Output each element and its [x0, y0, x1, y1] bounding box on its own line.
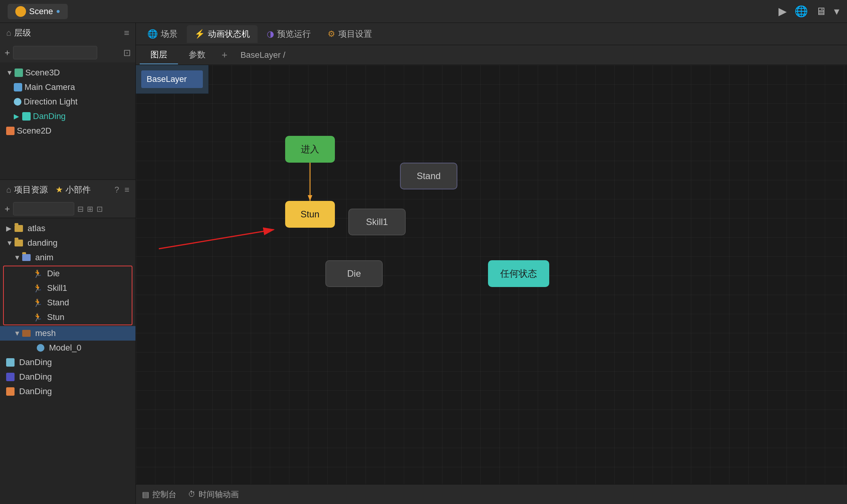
node-skill1-label: Skill1 [366, 217, 388, 227]
tab-settings[interactable]: ⚙ 项目设置 [320, 25, 380, 43]
folder-icon-mesh [22, 330, 31, 337]
tree-label-scene2d: Scene2D [17, 126, 52, 136]
scene-icon [15, 6, 26, 17]
node-stun[interactable]: Stun [285, 201, 335, 228]
label-mesh-folder: mesh [35, 328, 56, 338]
play-button[interactable]: ▶ [778, 5, 787, 18]
anim-file-icon-die: 🏃 [33, 269, 42, 278]
hierarchy-title: ⌂ 层级 [6, 27, 31, 39]
tree-item-scene3d[interactable]: ▼ Scene3D [0, 65, 135, 80]
tab-scene[interactable]: 🌐 场景 [140, 25, 185, 43]
project-tree: ▶ atlas ▼ danding ▼ anim [0, 218, 135, 504]
label-anim-folder: anim [35, 253, 54, 263]
label-atlas: atlas [28, 223, 45, 233]
project-search-input[interactable] [13, 202, 74, 215]
monitor-button[interactable]: 🖥 [816, 5, 826, 18]
folder-icon-anim [22, 254, 31, 261]
project-item-mesh-folder[interactable]: ▼ mesh [0, 326, 135, 341]
sub-tab-layers[interactable]: 图层 [140, 46, 178, 64]
scene-tab-dot: ● [56, 7, 60, 15]
project-item-danding3[interactable]: DanDing [0, 384, 135, 399]
star-icon: ★ [55, 185, 63, 195]
project-header: ⌂ 项目资源 ★ 小部件 ? ≡ [0, 180, 135, 200]
canvas-area[interactable]: BaseLayer 进入 Stun Stand Skill1 Die 任何状态 [136, 65, 847, 484]
preview-tab-icon: ◑ [267, 29, 274, 39]
add-hierarchy-button[interactable]: + [5, 47, 10, 58]
bottom-tab-console[interactable]: ▤ 控制台 [142, 489, 176, 500]
expand-arrow-danding[interactable]: ▶ [14, 112, 20, 121]
hierarchy-search-icon2: ⊡ [123, 47, 131, 58]
tree-item-main-camera[interactable]: Main Camera [0, 80, 135, 95]
hierarchy-search-input[interactable] [13, 46, 97, 59]
expand-arrow-scene3d[interactable]: ▼ [6, 69, 12, 77]
add-layer-button[interactable]: + [216, 49, 233, 61]
project-item-skill1[interactable]: 🏃 Skill1 [4, 281, 132, 295]
label-model0: Model_0 [49, 343, 81, 353]
dropdown-button[interactable]: ▾ [834, 5, 839, 18]
add-project-button[interactable]: + [5, 204, 10, 214]
hierarchy-search-bar: + ⊡ [0, 43, 135, 62]
danding-icon2 [6, 373, 15, 381]
sub-tab-params[interactable]: 参数 [178, 46, 216, 64]
tab-preview[interactable]: ◑ 预览运行 [259, 25, 318, 43]
tree-label-direction-light: Direction Light [24, 97, 78, 107]
node-stand[interactable]: Stand [400, 163, 457, 189]
node-enter[interactable]: 进入 [285, 136, 335, 163]
tree-item-scene2d[interactable]: Scene2D [0, 124, 135, 138]
columns-icon[interactable]: ⊞ [87, 204, 93, 214]
obj-icon-danding [22, 112, 31, 121]
svg-line-3 [159, 230, 274, 249]
project-title: ⌂ 项目资源 [6, 184, 48, 196]
project-item-die[interactable]: 🏃 Die [4, 266, 132, 281]
tree-label-scene3d: Scene3D [25, 68, 60, 78]
label-danding3: DanDing [19, 387, 52, 396]
scene-tab[interactable]: Scene ● [8, 4, 68, 19]
project-item-anim-folder[interactable]: ▼ anim [0, 250, 135, 265]
project-search-icon2[interactable]: ⊡ [96, 204, 103, 214]
project-item-danding-folder[interactable]: ▼ danding [0, 236, 135, 250]
folder-icon-danding [15, 240, 23, 246]
expand-anim-folder[interactable]: ▼ [14, 254, 20, 262]
menu-icon-project[interactable]: ≡ [124, 185, 129, 195]
project-item-danding1[interactable]: DanDing [0, 355, 135, 370]
bottom-tab-timeline[interactable]: ⏱ 时间轴动画 [188, 489, 239, 500]
anim-highlight-box: 🏃 Die 🏃 Skill1 🏃 Stand 🏃 Stun [3, 266, 132, 325]
project-item-model0[interactable]: Model_0 [0, 341, 135, 355]
label-stand: Stand [47, 298, 69, 308]
title-bar-right: ▶ 🌐 🖥 ▾ [778, 5, 839, 18]
anim-file-icon-skill1: 🏃 [33, 284, 42, 293]
anim-file-icon-stand: 🏃 [33, 298, 42, 307]
filter-icon[interactable]: ⊟ [77, 204, 84, 214]
home-icon2: ⌂ [6, 185, 11, 195]
scene-tab-icon: 🌐 [147, 29, 158, 39]
project-item-danding2[interactable]: DanDing [0, 370, 135, 384]
console-icon: ▤ [142, 490, 149, 499]
node-skill1[interactable]: Skill1 [348, 209, 406, 235]
tree-label-main-camera: Main Camera [24, 82, 75, 92]
help-icon[interactable]: ? [114, 185, 119, 195]
node-any[interactable]: 任何状态 [488, 260, 549, 287]
globe-button[interactable]: 🌐 [795, 5, 808, 18]
bottom-bar: ▤ 控制台 ⏱ 时间轴动画 [136, 484, 847, 504]
project-section: ⌂ 项目资源 ★ 小部件 ? ≡ + ⊟ ⊞ ⊡ [0, 180, 135, 504]
node-die[interactable]: Die [325, 260, 383, 287]
tab-scene-label: 场景 [161, 28, 178, 40]
project-item-stun[interactable]: 🏃 Stun [4, 310, 132, 325]
sub-tab-bar: 图层 参数 + BaseLayer / [136, 45, 847, 65]
project-item-atlas[interactable]: ▶ atlas [0, 221, 135, 236]
left-panel: ⌂ 层级 ≡ + ⊡ ▼ Scene3D Ma [0, 23, 136, 504]
timeline-icon: ⏱ [188, 490, 196, 499]
hierarchy-menu-icon[interactable]: ≡ [124, 28, 129, 38]
tree-item-direction-light[interactable]: Direction Light [0, 95, 135, 109]
project-item-stand[interactable]: 🏃 Stand [4, 295, 132, 310]
hierarchy-tree: ▼ Scene3D Main Camera Direction Light ▶ [0, 62, 135, 179]
tree-item-danding[interactable]: ▶ DanDing [0, 109, 135, 124]
tab-anim[interactable]: ⚡ 动画状态机 [187, 25, 258, 43]
expand-atlas[interactable]: ▶ [6, 224, 12, 233]
layer-item-baselayer[interactable]: BaseLayer [141, 70, 203, 88]
expand-danding-folder[interactable]: ▼ [6, 239, 12, 247]
breadcrumb: BaseLayer / [240, 50, 285, 60]
danding-icon3 [6, 387, 15, 396]
expand-mesh-folder[interactable]: ▼ [14, 329, 20, 338]
label-danding1: DanDing [19, 357, 52, 367]
